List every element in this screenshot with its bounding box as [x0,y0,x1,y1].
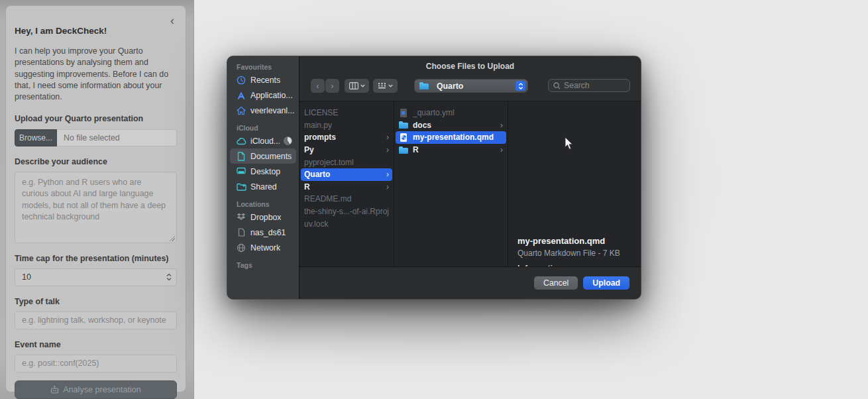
collapse-sidebar-button[interactable] [166,14,179,27]
sidebar-item-shared[interactable]: Shared [230,179,296,194]
sidebar-item-label: nas_ds61 [250,228,286,237]
time-cap-input[interactable]: 10 [15,268,177,286]
file-upload-control: Browse... No file selected [15,129,177,146]
home-icon [236,105,246,116]
event-name-placeholder: e.g. posit::conf(2025) [22,359,99,368]
preview-pane: my-presentation.qmd Quarto Markdown File… [508,101,641,266]
column-view-icon [349,82,358,89]
sidebar-item-label: iCloud... [250,137,280,146]
dropdown-stepper-icon [515,81,525,91]
chevron-right-icon [384,170,389,179]
folder-icon [399,146,409,154]
analyse-button[interactable]: Analyse presentation [15,380,177,399]
sidebar-item-documents[interactable]: Documents [230,148,296,164]
sidebar-item-dropbox[interactable]: Dropbox [230,209,296,225]
sidebar-item-label: Shared [250,182,277,192]
preview-information-heading: Information [517,264,634,266]
file-row[interactable]: pyproject.toml [301,156,392,168]
browser-column-2: _quarto.yml docs my-presentation.qmd R [394,101,508,266]
chevron-left-icon [170,15,174,27]
panel-intro: I can help you improve your Quarto prese… [15,46,177,103]
dialog-main: Choose Files to Upload ‹ › [299,56,641,299]
chevron-right-icon [498,145,503,154]
search-field[interactable]: Search [548,79,630,92]
grid-view-icon [378,82,386,89]
preview-file-meta: Quarto Markdown File - 7 KB [517,249,634,258]
sidebar-item-label: Desktop [250,167,280,176]
dialog-title: Choose Files to Upload [299,62,641,71]
current-folder-label: Quarto [437,82,463,91]
file-row[interactable]: main.py [301,119,392,132]
clock-icon [236,75,246,86]
sidebar-section-tags: Tags [227,261,299,270]
file-row[interactable]: LICENSE [301,107,392,119]
folder-row-selected[interactable]: Quarto [301,168,392,181]
deckcheck-panel: Hey, I am DeckCheck! I can help you impr… [5,5,186,392]
main-content: Favourites Recents Applicatio... [195,0,868,399]
yml-file-icon [399,109,409,117]
sidebar-item-network[interactable]: Network [230,240,296,255]
number-stepper-icon[interactable] [166,274,172,281]
file-row-selected[interactable]: my-presentation.qmd [396,131,506,144]
browser-column-1: LICENSE main.py prompts Py pyproject.tom… [299,101,394,266]
event-name-input[interactable]: e.g. posit::conf(2025) [15,355,177,372]
folder-row[interactable]: R [301,181,392,194]
file-icon [236,227,246,238]
dialog-footer: Cancel Upload [299,266,641,299]
sidebar-item-label: Dropbox [250,213,281,222]
sidebar-item-applications[interactable]: Applicatio... [230,87,296,103]
file-selected-status: No file selected [57,129,177,146]
cancel-button[interactable]: Cancel [534,276,578,290]
talk-type-input[interactable]: e.g. lightning talk, workshop, or keynot… [15,312,177,329]
current-folder-dropdown[interactable]: Quarto [414,79,528,93]
chevron-left-icon: ‹ [316,82,319,90]
sidebar-item-desktop[interactable]: Desktop [230,164,296,179]
qmd-file-icon [399,133,409,142]
folder-row[interactable]: prompts [301,131,392,144]
sidebar-section-locations: Locations [227,200,299,209]
back-button[interactable]: ‹ [311,79,325,93]
folder-icon [419,82,429,90]
file-row[interactable]: _quarto.yml [396,107,506,119]
shared-folder-icon [236,182,246,192]
sidebar-item-home[interactable]: veerlevanl... [230,103,296,118]
cloud-icon [236,136,246,146]
talk-type-placeholder: e.g. lightning talk, workshop, or keynot… [22,315,166,325]
audience-textarea[interactable]: e.g. Python and R users who are curious … [15,172,177,243]
choose-files-dialog: Favourites Recents Applicatio... [227,56,641,300]
folder-row[interactable]: R [396,144,506,156]
audience-label: Describe your audience [15,157,177,166]
browse-button[interactable]: Browse... [15,129,57,146]
event-name-label: Event name [15,340,177,349]
file-row[interactable]: README.md [301,193,392,205]
search-placeholder: Search [564,81,590,90]
dialog-toolbar: ‹ › Quarto [299,79,641,93]
chevron-right-icon [498,121,503,130]
document-icon [236,151,246,162]
sidebar-item-recents[interactable]: Recents [230,72,296,87]
resize-handle[interactable] [169,235,175,241]
file-row[interactable]: uv.lock [301,217,392,230]
icloud-sync-progress [284,137,292,145]
talk-type-label: Type of talk [15,297,177,306]
group-view-button[interactable] [373,79,398,93]
sidebar-item-label: Recents [250,76,280,85]
chevron-right-icon [384,133,389,142]
forward-button[interactable]: › [325,79,339,93]
chevron-down-icon [388,84,393,87]
folder-row[interactable]: Py [301,144,392,156]
file-row[interactable]: the-shiny-s...-of-ai.Rproj [301,205,392,218]
folder-row[interactable]: docs [396,119,506,132]
preview-filename: my-presentation.qmd [517,236,634,246]
column-view-button[interactable] [345,79,369,93]
sidebar-item-label: veerlevanl... [250,106,294,115]
chevron-right-icon [384,182,389,192]
sidebar-item-nas[interactable]: nas_ds61 [230,225,296,240]
sidebar-item-icloud-drive[interactable]: iCloud... [230,133,296,148]
audience-placeholder: e.g. Python and R users who are curious … [22,177,170,223]
deckcheck-sidebar: Hey, I am DeckCheck! I can help you impr… [0,0,194,399]
upload-button[interactable]: Upload [583,276,629,290]
folder-icon [399,121,409,129]
chevron-right-icon [384,145,389,154]
sidebar-section-icloud: iCloud [227,124,299,133]
